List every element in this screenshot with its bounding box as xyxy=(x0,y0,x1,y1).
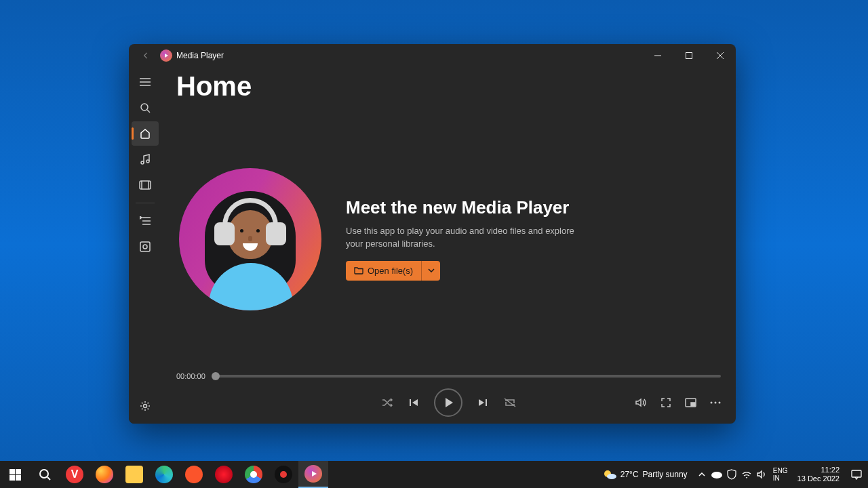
player-bar: 00:00:00 xyxy=(161,367,736,424)
svg-point-10 xyxy=(146,160,149,163)
svg-marker-24 xyxy=(479,399,484,406)
svg-point-20 xyxy=(144,405,147,408)
svg-marker-23 xyxy=(446,398,453,407)
tray-notifications[interactable] xyxy=(845,461,868,488)
sidebar-divider xyxy=(136,203,155,203)
media-player-window: Media Player Home xyxy=(129,44,736,424)
taskbar-app-files[interactable] xyxy=(119,461,149,488)
page-title: Home xyxy=(161,67,736,111)
hero: Meet the new Media Player Use this app t… xyxy=(161,111,736,367)
svg-rect-31 xyxy=(9,469,15,474)
fullscreen-button[interactable] xyxy=(660,397,671,408)
svg-line-8 xyxy=(147,110,150,113)
maximize-button[interactable] xyxy=(673,44,705,67)
repeat-button[interactable] xyxy=(503,397,517,408)
back-button[interactable] xyxy=(136,51,156,60)
miniplayer-button[interactable] xyxy=(685,398,696,407)
clock-date: 13 Dec 2022 xyxy=(797,474,840,483)
content-area: Home Meet the new Media Player Use this … xyxy=(161,67,736,424)
taskbar-app-brave[interactable] xyxy=(179,461,209,488)
svg-marker-17 xyxy=(140,216,142,219)
app-icon xyxy=(160,49,172,62)
tray-wifi-icon[interactable] xyxy=(739,461,754,488)
svg-rect-32 xyxy=(16,469,21,474)
svg-point-7 xyxy=(141,104,148,110)
svg-marker-22 xyxy=(412,399,418,406)
hero-subtext: Use this app to play your audio and vide… xyxy=(346,225,590,249)
close-button[interactable] xyxy=(705,44,736,67)
weather-desc: Partly sunny xyxy=(643,470,688,479)
svg-point-19 xyxy=(143,245,147,249)
taskbar-weather[interactable]: 27°C Partly sunny xyxy=(596,468,694,481)
taskbar-app-recorder[interactable] xyxy=(269,461,298,488)
svg-point-28 xyxy=(711,402,713,404)
sidebar-item-search[interactable] xyxy=(132,96,159,120)
weather-icon xyxy=(603,468,616,481)
play-button[interactable] xyxy=(434,388,462,417)
svg-rect-18 xyxy=(140,242,150,251)
sidebar-item-music[interactable] xyxy=(132,147,159,171)
sidebar-item-menu[interactable] xyxy=(132,70,159,94)
folder-icon xyxy=(354,266,363,274)
taskbar-app-mediaplayer[interactable] xyxy=(298,461,328,488)
hero-text: Meet the new Media Player Use this app t… xyxy=(346,197,590,280)
weather-temp: 27°C xyxy=(620,470,639,479)
shuffle-button[interactable] xyxy=(381,397,393,408)
previous-button[interactable] xyxy=(408,397,419,408)
open-files-label: Open file(s) xyxy=(368,266,413,276)
volume-button[interactable] xyxy=(635,397,647,408)
svg-point-38 xyxy=(607,474,616,479)
taskbar-start-button[interactable] xyxy=(0,461,30,488)
sidebar-item-video[interactable] xyxy=(132,173,159,197)
app-title: Media Player xyxy=(176,51,224,60)
taskbar-app-firefox[interactable] xyxy=(90,461,119,488)
taskbar-search-button[interactable] xyxy=(30,461,60,488)
sidebar-item-queue[interactable] xyxy=(132,209,159,233)
taskbar-clock[interactable]: 11:22 13 Dec 2022 xyxy=(792,466,845,483)
svg-rect-21 xyxy=(410,399,411,406)
current-time: 00:00:00 xyxy=(176,372,205,380)
seek-slider[interactable] xyxy=(212,375,721,378)
tray-onedrive-icon[interactable] xyxy=(709,461,724,488)
svg-rect-27 xyxy=(691,403,695,406)
svg-line-36 xyxy=(47,477,50,480)
svg-point-39 xyxy=(711,472,722,479)
svg-point-35 xyxy=(40,470,48,478)
minimize-button[interactable] xyxy=(642,44,673,67)
svg-rect-34 xyxy=(16,475,21,481)
sidebar-item-settings[interactable] xyxy=(132,394,159,418)
more-button[interactable] xyxy=(710,401,721,404)
open-files-dropdown[interactable] xyxy=(421,261,440,281)
window-controls xyxy=(642,44,736,67)
clock-time: 11:22 xyxy=(821,466,840,474)
next-button[interactable] xyxy=(477,397,488,408)
sidebar xyxy=(129,67,161,424)
svg-rect-25 xyxy=(486,399,487,406)
open-files-button[interactable]: Open file(s) xyxy=(346,261,421,281)
svg-rect-33 xyxy=(9,475,15,481)
svg-point-29 xyxy=(715,402,717,404)
tray-language[interactable]: ENGIN xyxy=(769,461,792,488)
tray-volume-icon[interactable] xyxy=(754,461,769,488)
svg-rect-1 xyxy=(686,53,692,59)
svg-rect-40 xyxy=(852,470,861,477)
svg-point-30 xyxy=(719,402,721,404)
svg-point-9 xyxy=(141,161,144,164)
hero-heading: Meet the new Media Player xyxy=(346,197,590,218)
taskbar-app-vivaldi[interactable]: V xyxy=(60,461,90,488)
taskbar-app-chrome[interactable] xyxy=(239,461,269,488)
titlebar[interactable]: Media Player xyxy=(129,44,736,67)
sidebar-item-playlists[interactable] xyxy=(132,235,159,259)
sidebar-item-home[interactable] xyxy=(132,121,159,146)
tray-overflow[interactable] xyxy=(694,461,709,488)
tray-defender-icon[interactable] xyxy=(724,461,739,488)
taskbar-app-edge[interactable] xyxy=(149,461,179,488)
chevron-down-icon xyxy=(428,268,435,272)
hero-illustration xyxy=(179,168,321,310)
taskbar-app-opera[interactable] xyxy=(209,461,239,488)
taskbar: V 27°C Partly sunny ENGIN 11:22 13 Dec 2… xyxy=(0,461,868,488)
